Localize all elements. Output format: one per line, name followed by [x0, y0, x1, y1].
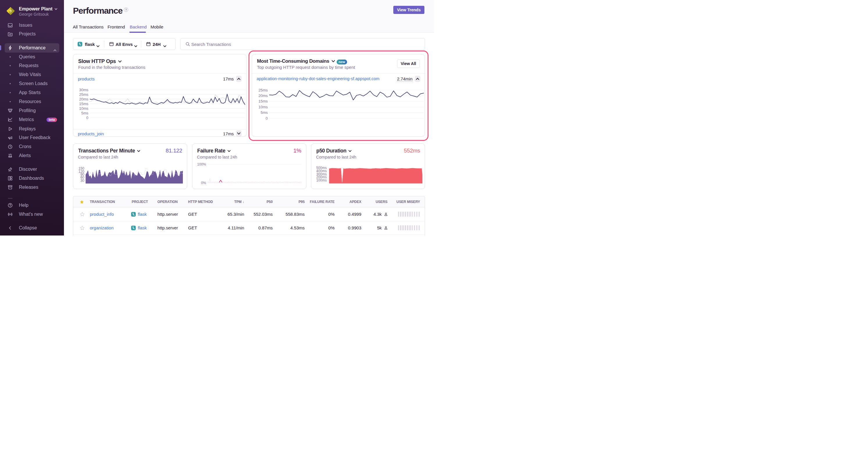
svg-text:15ms: 15ms — [79, 102, 88, 106]
svg-text:30: 30 — [81, 178, 85, 183]
svg-text:0%: 0% — [201, 181, 206, 185]
svg-text:20ms: 20ms — [258, 94, 268, 98]
svg-text:0: 0 — [266, 116, 268, 120]
svg-text:20ms: 20ms — [79, 97, 88, 101]
svg-text:10ms: 10ms — [258, 105, 268, 109]
svg-text:100ms: 100ms — [316, 178, 327, 182]
svg-text:25ms: 25ms — [258, 88, 268, 92]
svg-text:30ms: 30ms — [79, 88, 88, 92]
svg-text:25ms: 25ms — [79, 92, 88, 97]
svg-text:15ms: 15ms — [258, 99, 268, 103]
svg-text:10ms: 10ms — [79, 106, 88, 111]
svg-text:5ms: 5ms — [81, 111, 88, 115]
svg-text:0: 0 — [86, 115, 88, 120]
svg-text:5ms: 5ms — [260, 110, 268, 115]
svg-text:100%: 100% — [197, 162, 206, 166]
